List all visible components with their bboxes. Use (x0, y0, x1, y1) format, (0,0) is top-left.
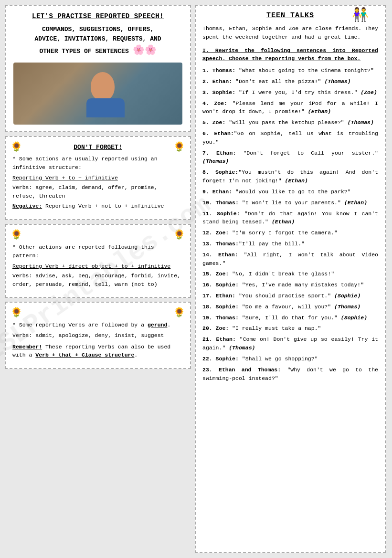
sentence-item: 7. Ethan: "Don't forget to Call your sis… (202, 149, 378, 166)
sentences-list: 1. Thomas: "What about going to the Cine… (202, 66, 378, 382)
right-panel: 👫 TEEN TALKS Thomas, Ethan, Sophie and Z… (195, 5, 386, 553)
box2-rule1: Reporting Verb + direct object + to + in… (12, 262, 183, 271)
sentence-item: 19. Thomas: "Sure, I'll do that for you.… (202, 314, 378, 322)
sentence-item: 10. Thomas: "I won't lie to your parents… (202, 199, 378, 207)
box1-rule1: Reporting Verb + to + infinitive (12, 174, 183, 182)
sentence-item: 21. Ethan: "Come on! Don't give up so ea… (202, 335, 378, 352)
box3: 🌻 🌻 * Some reporting Verbs are followed … (5, 302, 191, 369)
sentence-item: 23. Ethan and Thomas: "Why don't we go t… (202, 366, 378, 383)
flower-icon-right-1: 🌻 (173, 141, 185, 153)
intro-text: Thomas, Ethan, Sophie and Zoe are close … (202, 24, 378, 42)
instruction-text: I. Rewrite the following sentences into … (202, 46, 378, 63)
dont-forget-title: DON'T FORGET! (12, 144, 183, 151)
sentence-item: 16. Sophie: "Yes, I've made many mistake… (202, 281, 378, 289)
box1-verbs1: Verbs: agree, claim, demand, offer, prom… (12, 183, 183, 200)
sentence-item: 20. Zoe: "I really must take a nap." (202, 324, 378, 333)
sentence-item: 6. Ethan:"Go on Sophie, tell us what is … (202, 129, 378, 147)
box1-negative: Negative: Reporting Verb + not to + infi… (12, 202, 183, 211)
sentence-item: 11. Sophie: "Don't do that again! You kn… (202, 210, 378, 227)
sentence-item: 8. Sophie:"You mustn't do this again! An… (202, 168, 378, 185)
sentence-item: 14. Ethan: "All right, I won't talk abou… (202, 251, 378, 268)
sentence-item: 18. Sophie: "Do me a favour, will you?" … (202, 303, 378, 311)
sentence-item: 22. Sophie: "Shall we go shopping?" (202, 355, 378, 363)
sentence-item: 2. Ethan: "Don't eat all the pizza!" (Th… (202, 77, 378, 86)
sentence-item: 3. Sophie: "If I were you, I'd try this … (202, 88, 378, 97)
flowers-icon: 🌸🌸 (133, 45, 157, 56)
box2: 🌻 🌻 * Other actions are reported followi… (5, 224, 191, 298)
teen-icon: 👫 (352, 7, 369, 23)
subtitle: COMMANDS, SUGGESTIONS, OFFERS, ADVICE, I… (13, 25, 182, 58)
box3-para1: * Some reporting Verbs are followed by a… (12, 321, 183, 329)
sentence-item: 1. Thomas: "What about going to the Cine… (202, 66, 378, 75)
flower-icon-right-2: 🌻 (173, 229, 185, 241)
left-panel: LET'S PRACTISE REPORTED SPEECH! COMMANDS… (5, 5, 191, 553)
flower-icon-right-3: 🌻 (173, 306, 185, 318)
dont-forget-box: 🌻 🌻 DON'T FORGET! * Some actions are usu… (5, 136, 191, 220)
flower-icon-left-2: 🌻 (11, 229, 22, 241)
sentence-item: 9. Ethan: "Would you like to go to the p… (202, 188, 378, 196)
title-box: LET'S PRACTISE REPORTED SPEECH! COMMANDS… (5, 5, 191, 132)
sentence-item: 4. Zoe: "Please lend me your iPod for a … (202, 99, 378, 116)
section-header: 👫 TEEN TALKS (202, 11, 378, 20)
box2-verbs1: Verbs: advise, ask, beg, encourage, forb… (12, 272, 183, 289)
flower-icon-left-3: 🌻 (11, 306, 22, 318)
sentence-item: 12. Zoe: "I'm sorry I forgot the Camera.… (202, 229, 378, 237)
box3-note: Remember! These reporting Verbs can also… (12, 343, 183, 360)
flower-icon-left-1: 🌻 (11, 141, 22, 153)
sentence-item: 5. Zoe: "Will you pass the ketchup pleas… (202, 118, 378, 127)
student-photo (13, 63, 182, 125)
box2-para1: * Other actions are reported following t… (12, 243, 183, 260)
main-title: LET'S PRACTISE REPORTED SPEECH! (13, 12, 182, 20)
box1-para1: * Some actions are usually reported usin… (12, 155, 183, 172)
box3-verbs1: Verbs: admit, apologize, deny, insist, s… (12, 331, 183, 340)
sentence-item: 17. Ethan: "You should practise sport." … (202, 292, 378, 300)
sentence-item: 15. Zoe: "No, I didn't break the glass!" (202, 270, 378, 278)
sentence-item: 13. Thomas:"I'll pay the bill." (202, 240, 378, 248)
